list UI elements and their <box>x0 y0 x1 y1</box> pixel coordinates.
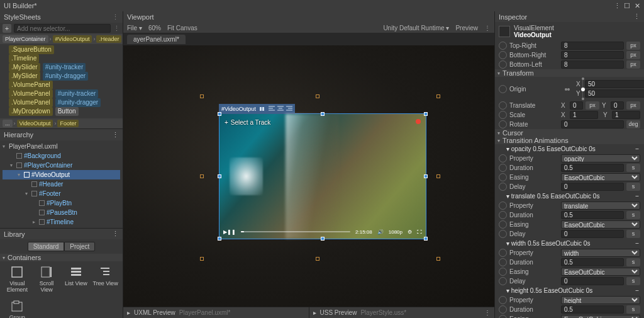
translate-x-input[interactable] <box>570 101 583 110</box>
anim-property-select[interactable]: opacity <box>561 154 640 162</box>
selector-row[interactable]: .MySlider#unity-tracker <box>9 63 120 72</box>
unit-label[interactable]: s <box>626 164 640 172</box>
override-radio[interactable] <box>499 60 507 69</box>
viewport-canvas[interactable]: #VideoOutput + Select a Track <box>123 45 494 307</box>
origin-y-input[interactable] <box>585 89 644 98</box>
hierarchy-node[interactable]: ▸#Timeline <box>3 217 120 227</box>
unit-label[interactable]: s <box>626 211 640 219</box>
canvas-handle[interactable] <box>436 94 440 98</box>
canvas-handle[interactable] <box>200 94 204 98</box>
scale-x-input[interactable] <box>570 111 598 119</box>
hierarchy-node[interactable]: #Background <box>3 151 120 161</box>
canvas-handle[interactable] <box>436 257 440 261</box>
library-item-visual-element[interactable]: Visual Element <box>3 263 32 297</box>
breadcrumb-item[interactable]: .Header <box>96 35 121 43</box>
override-radio[interactable] <box>499 111 507 119</box>
add-selector-input[interactable] <box>14 24 111 33</box>
remove-animation-button[interactable]: − <box>635 240 639 247</box>
override-radio[interactable] <box>499 268 507 276</box>
override-radio[interactable] <box>499 85 507 93</box>
rotate-input[interactable] <box>561 120 624 128</box>
breadcrumb-item[interactable]: ... <box>3 120 13 127</box>
override-radio[interactable] <box>499 183 507 191</box>
override-radio[interactable] <box>499 249 507 257</box>
canvas-handle[interactable] <box>316 257 319 261</box>
selection-handle[interactable] <box>218 174 221 178</box>
unit-dropdown[interactable]: px <box>586 101 599 110</box>
transform-section[interactable]: Transform <box>495 69 644 77</box>
viewport-preview-button[interactable]: Preview <box>455 25 478 31</box>
library-item-group-box[interactable]: Group Box <box>3 297 32 318</box>
bottom-right-input[interactable] <box>561 51 624 59</box>
hierarchy-node[interactable]: ▾#PlayerContainer <box>3 161 120 170</box>
hierarchy-menu-icon[interactable]: ⋮ <box>112 131 119 139</box>
anim-delay-input[interactable] <box>561 277 624 285</box>
override-radio[interactable] <box>499 220 507 229</box>
library-section-containers[interactable]: Containers <box>0 254 123 261</box>
canvas-handle[interactable] <box>200 174 204 178</box>
selector-row[interactable]: .Timeline <box>9 54 120 63</box>
anim-easing-select[interactable]: EaseOutCubic <box>561 173 640 181</box>
selector-row[interactable]: .VolumePanel#unity-tracker <box>9 89 120 98</box>
selected-element[interactable]: #VideoOutput + Select a Track <box>219 113 426 239</box>
selector-row[interactable]: .SquareButton <box>9 45 120 54</box>
video-resolution[interactable]: 1080p <box>389 229 402 235</box>
uss-preview-menu-icon[interactable]: ⋮ <box>484 309 491 316</box>
override-radio[interactable] <box>499 258 507 266</box>
stylesheets-menu-icon[interactable]: ⋮ <box>112 13 119 21</box>
uss-preview-panel[interactable]: ▸ USS Preview PlayerStyle.uss* ⋮ <box>309 307 495 318</box>
selection-handle[interactable] <box>218 112 221 116</box>
selection-handle[interactable] <box>424 112 428 116</box>
video-timeline[interactable] <box>241 231 350 232</box>
override-radio[interactable] <box>499 315 507 318</box>
uxml-preview-panel[interactable]: ▸ UXML Preview PlayerPanel.uxml* <box>123 307 309 318</box>
window-close-icon[interactable]: ✕ <box>634 2 640 10</box>
anim-duration-input[interactable] <box>561 164 624 172</box>
anim-easing-select[interactable]: EaseOutCubic <box>561 315 640 318</box>
override-radio[interactable] <box>499 211 507 219</box>
breadcrumb-item[interactable]: Footer <box>57 120 79 127</box>
flex-row-icon[interactable] <box>260 106 266 112</box>
select-track-button[interactable]: + Select a Track <box>225 119 270 126</box>
unit-label[interactable]: s <box>626 305 640 314</box>
anim-easing-select[interactable]: EaseOutCubic <box>561 268 640 276</box>
align-center-icon[interactable] <box>277 106 284 112</box>
viewport-zoom[interactable]: 60% <box>148 25 161 31</box>
library-item-scroll-view[interactable]: Scroll View <box>32 263 62 297</box>
viewport-file-tab[interactable]: ayerPanel.uxml* <box>127 35 186 44</box>
anim-duration-input[interactable] <box>561 258 624 266</box>
library-tab-standard[interactable]: Standard <box>28 242 65 251</box>
canvas-handle[interactable] <box>316 94 319 98</box>
override-radio[interactable] <box>499 164 507 172</box>
remove-animation-button[interactable]: − <box>635 193 639 200</box>
selector-row[interactable]: .VolumePanel#unity-dragger <box>9 98 120 107</box>
add-selector-button[interactable]: + <box>3 24 11 33</box>
hierarchy-node[interactable]: #Header <box>3 179 120 189</box>
anim-property-select[interactable]: translate <box>561 202 640 210</box>
anim-duration-input[interactable] <box>561 211 624 219</box>
library-item-list-view[interactable]: List View <box>62 263 91 297</box>
inspector-menu-icon[interactable]: ⋮ <box>633 13 640 21</box>
unit-label[interactable]: s <box>626 183 640 191</box>
anim-easing-select[interactable]: EaseOutCubic <box>561 220 640 229</box>
align-left-icon[interactable] <box>269 106 275 112</box>
hierarchy-file[interactable]: ▾PlayerPanel.uxml <box>3 142 120 151</box>
animation-header[interactable]: ▾ opacity 0.5s EaseOutCubic 0s− <box>495 144 644 154</box>
origin-x-input[interactable] <box>585 80 644 88</box>
unit-label[interactable]: s <box>626 277 640 285</box>
library-menu-icon[interactable]: ⋮ <box>112 230 119 238</box>
play-pause-icon[interactable]: ▶❚❚ <box>223 229 236 235</box>
anim-delay-input[interactable] <box>561 183 624 191</box>
unit-dropdown[interactable]: deg <box>626 120 640 128</box>
selection-handle[interactable] <box>218 237 221 241</box>
override-radio[interactable] <box>499 173 507 181</box>
override-radio[interactable] <box>499 202 507 210</box>
hierarchy-node[interactable]: #PauseBtn <box>3 208 120 217</box>
selection-handle[interactable] <box>424 174 428 178</box>
top-right-input[interactable] <box>561 42 624 50</box>
selector-row[interactable]: .VolumePanel <box>9 81 120 89</box>
anim-duration-input[interactable] <box>561 305 624 314</box>
canvas-handle[interactable] <box>436 174 440 178</box>
override-radio[interactable] <box>499 51 507 59</box>
bottom-left-input[interactable] <box>561 60 624 69</box>
